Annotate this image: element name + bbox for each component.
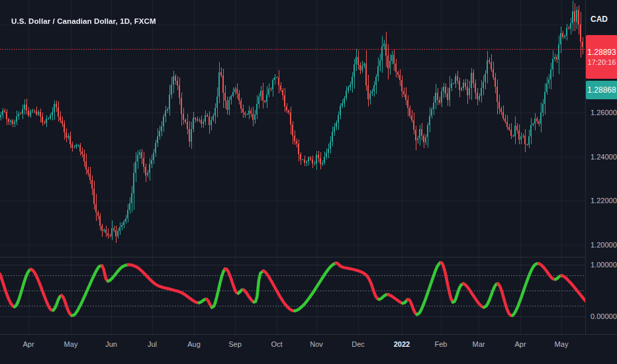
time-tick-label: May — [547, 340, 576, 348]
indicator-value: 1.28868 — [587, 85, 616, 95]
time-tick-label: Aug — [179, 340, 209, 348]
time-tick-label: Apr — [14, 340, 43, 348]
time-tick-label: Nov — [302, 340, 331, 348]
time-tick-label: May — [56, 340, 85, 348]
price-tick-label: 1.26000 — [591, 108, 617, 117]
currency-label: CAD — [591, 15, 608, 24]
time-tick-label: 2022 — [387, 340, 416, 348]
price-tick-label: 1.24000 — [591, 152, 617, 161]
last-price-badge: 1.28893 17:20:16 — [586, 35, 617, 79]
tradingview-chart-window: U.S. Dollar / Canadian Dollar, 1D, FXCM … — [0, 0, 617, 364]
price-tick-label: 1.20000 — [591, 240, 617, 250]
oscillator-tick-label: 1.00000 — [591, 260, 617, 269]
time-tick-label: Oct — [262, 340, 291, 348]
time-tick-label: Dec — [344, 340, 373, 348]
oscillator-tick-label: 0.00000 — [591, 312, 617, 321]
time-tick-label: Jun — [97, 340, 126, 348]
last-price-value: 1.28893 — [587, 48, 616, 56]
time-tick-label: Feb — [426, 340, 455, 348]
price-tick-label: 1.22000 — [591, 196, 617, 205]
symbol-title[interactable]: U.S. Dollar / Canadian Dollar, 1D, FXCM — [11, 17, 156, 25]
time-tick-label: Mar — [464, 340, 493, 348]
time-tick-label: Apr — [506, 340, 535, 348]
time-axis[interactable]: AprMayJunJulAugSepOctNovDec2022FebMarApr… — [0, 334, 617, 364]
chart-canvas[interactable] — [0, 0, 585, 334]
time-tick-label: Sep — [220, 340, 250, 348]
price-axis[interactable]: CAD 1.260001.240001.220001.200001.000000… — [585, 0, 617, 334]
candle-countdown-timer: 17:20:16 — [588, 59, 616, 66]
indicator-value-badge: 1.28868 — [586, 81, 617, 99]
time-tick-label: Jul — [138, 340, 167, 348]
